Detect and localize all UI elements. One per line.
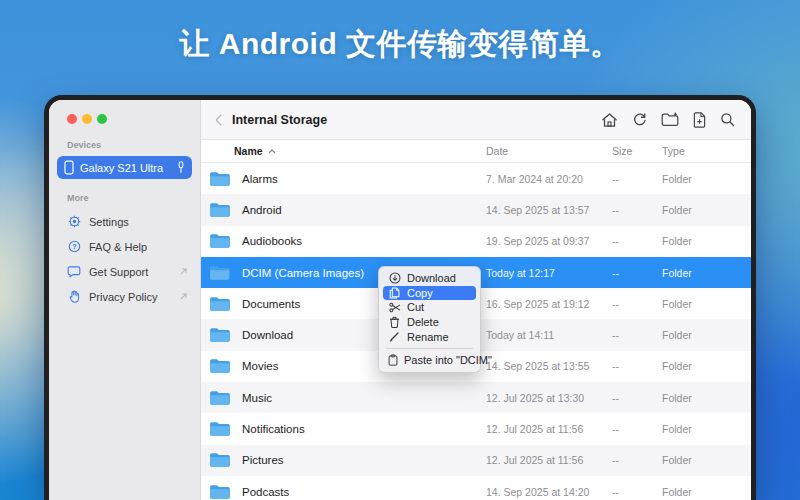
more-section-label: More xyxy=(67,193,200,203)
file-name-cell: Pictures xyxy=(209,452,486,468)
menu-item-label: Rename xyxy=(407,331,449,343)
refresh-icon xyxy=(632,112,647,127)
sidebar-item-settings[interactable]: Settings xyxy=(49,209,200,234)
devices-section-label: Devices xyxy=(67,140,200,150)
file-type: Folder xyxy=(662,173,751,185)
toolbar-actions xyxy=(599,110,737,130)
sidebar-item-label: Settings xyxy=(89,216,129,228)
minimize-window-button[interactable] xyxy=(82,114,92,124)
file-type: Folder xyxy=(662,392,751,404)
sidebar-nav: Settings?FAQ & HelpGet SupportPrivacy Po… xyxy=(49,209,200,309)
page-title: Internal Storage xyxy=(232,113,327,127)
file-type: Folder xyxy=(662,267,751,279)
file-type: Folder xyxy=(662,423,751,435)
file-name: Download xyxy=(242,329,293,341)
close-window-button[interactable] xyxy=(67,114,77,124)
file-date: 12. Jul 2025 at 13:30 xyxy=(486,392,612,404)
file-date: 14. Sep 2025 at 13:55 xyxy=(486,360,612,372)
file-type: Folder xyxy=(662,454,751,466)
file-date: 12. Jul 2025 at 11:56 xyxy=(486,423,612,435)
table-row[interactable]: Android14. Sep 2025 at 13:57--Folder xyxy=(201,194,751,225)
search-icon xyxy=(720,112,735,127)
column-header-type[interactable]: Type xyxy=(662,145,751,157)
file-name: Notifications xyxy=(242,423,305,435)
new-folder-button[interactable] xyxy=(659,110,681,129)
menu-item-delete[interactable]: Delete xyxy=(383,315,476,330)
menu-item-label: Paste into "DCIM" xyxy=(404,354,492,366)
sidebar-item-faq-help[interactable]: ?FAQ & Help xyxy=(49,234,200,259)
zoom-window-button[interactable] xyxy=(97,114,107,124)
sort-asc-icon xyxy=(268,149,276,154)
menu-item-copy[interactable]: Copy xyxy=(383,286,476,301)
file-type: Folder xyxy=(662,298,751,310)
refresh-button[interactable] xyxy=(630,110,649,129)
search-button[interactable] xyxy=(718,110,737,129)
table-header: Name Date Size Type xyxy=(201,140,751,163)
window-controls xyxy=(67,114,200,124)
file-date: 12. Jul 2025 at 11:56 xyxy=(486,454,612,466)
home-button[interactable] xyxy=(599,110,620,130)
menu-item-paste-into-dcim[interactable]: Paste into "DCIM" xyxy=(383,353,476,368)
column-header-name[interactable]: Name xyxy=(234,145,486,157)
folder-icon xyxy=(209,452,238,468)
new-file-button[interactable] xyxy=(691,110,708,130)
file-size: -- xyxy=(612,235,662,247)
sidebar-item-get-support[interactable]: Get Support xyxy=(49,259,200,284)
context-menu: DownloadCopyCutDeleteRenamePaste into "D… xyxy=(378,266,481,373)
file-type: Folder xyxy=(662,486,751,498)
file-type: Folder xyxy=(662,204,751,216)
download-circle-icon xyxy=(388,272,401,284)
chat-bubble-icon xyxy=(67,266,81,278)
menu-item-cut[interactable]: Cut xyxy=(383,300,476,315)
file-name: Audiobooks xyxy=(242,235,302,247)
trash-icon xyxy=(388,316,401,328)
file-date: 16. Sep 2025 at 19:12 xyxy=(486,298,612,310)
hero-title: 让 Android 文件传输变得简单。 xyxy=(0,24,800,65)
back-button[interactable] xyxy=(215,114,222,126)
file-name-cell: Audiobooks xyxy=(209,233,486,249)
folder-icon xyxy=(209,171,238,187)
file-size: -- xyxy=(612,298,662,310)
sidebar-item-label: Privacy Policy xyxy=(89,291,157,303)
folder-icon xyxy=(209,327,238,343)
gear-icon xyxy=(67,215,81,228)
menu-item-rename[interactable]: Rename xyxy=(383,329,476,344)
file-name-cell: Android xyxy=(209,202,486,218)
file-date: 7. Mar 2024 at 20:20 xyxy=(486,173,612,185)
sidebar-item-privacy-policy[interactable]: Privacy Policy xyxy=(49,284,200,309)
file-date: Today at 14:11 xyxy=(486,329,612,341)
file-size: -- xyxy=(612,360,662,372)
sidebar: Devices Galaxy S21 Ultra More Settings?F… xyxy=(49,100,201,500)
external-link-icon xyxy=(178,267,188,276)
table-row[interactable]: Podcasts14. Sep 2025 at 14:20--Folder xyxy=(201,476,751,500)
column-header-size[interactable]: Size xyxy=(612,145,662,157)
file-name: Podcasts xyxy=(242,486,289,498)
help-circle-icon: ? xyxy=(67,240,81,253)
folder-icon xyxy=(209,390,238,406)
home-icon xyxy=(601,112,618,128)
table-row[interactable]: Notifications12. Jul 2025 at 11:56--Fold… xyxy=(201,413,751,444)
folder-icon xyxy=(209,296,238,312)
file-name: Music xyxy=(242,392,272,404)
external-link-icon xyxy=(178,292,188,301)
menu-item-label: Copy xyxy=(407,287,433,299)
menu-item-download[interactable]: Download xyxy=(383,271,476,286)
sidebar-item-device[interactable]: Galaxy S21 Ultra xyxy=(57,156,192,179)
copy-icon xyxy=(388,287,401,299)
file-type: Folder xyxy=(662,235,751,247)
new-file-icon xyxy=(693,112,706,128)
folder-icon xyxy=(209,202,238,218)
toolbar: Internal Storage xyxy=(201,100,751,140)
file-date: 19. Sep 2025 at 09:37 xyxy=(486,235,612,247)
file-name: Android xyxy=(242,204,282,216)
file-name-cell: Music xyxy=(209,390,486,406)
file-date: 14. Sep 2025 at 13:57 xyxy=(486,204,612,216)
table-row[interactable]: Music12. Jul 2025 at 13:30--Folder xyxy=(201,382,751,413)
table-row[interactable]: Audiobooks19. Sep 2025 at 09:37--Folder xyxy=(201,226,751,257)
table-row[interactable]: Alarms7. Mar 2024 at 20:20--Folder xyxy=(201,163,751,194)
usb-connector-icon xyxy=(177,161,185,174)
table-row[interactable]: Pictures12. Jul 2025 at 11:56--Folder xyxy=(201,445,751,476)
column-header-date[interactable]: Date xyxy=(486,145,612,157)
file-name: DCIM (Camera Images) xyxy=(242,267,364,279)
folder-icon xyxy=(209,484,238,500)
